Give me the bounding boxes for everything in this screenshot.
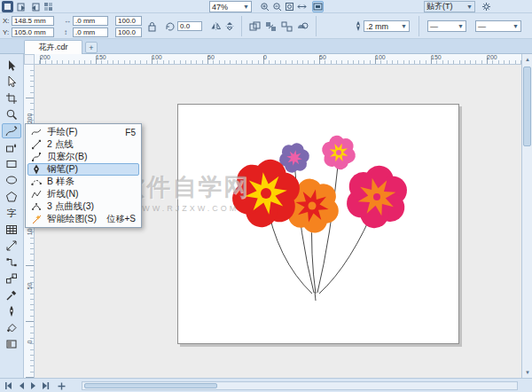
ruler-label: 50 — [207, 54, 215, 60]
smart-fill-tool[interactable] — [2, 140, 21, 155]
flyout-item-b-spline[interactable]: B 样条 — [27, 176, 139, 188]
mirror-horizontal-icon[interactable] — [209, 20, 223, 33]
shape-tool[interactable] — [2, 74, 21, 90]
mirror-vertical-icon[interactable] — [223, 20, 237, 33]
polygon-tool[interactable] — [2, 189, 21, 204]
y-position-field[interactable]: 105.0 mm — [12, 27, 54, 37]
chevron-down-icon: ▼ — [458, 23, 464, 29]
curve-tools-flyout: 手绘(F) F5 2 点线 贝塞尔(B) 钢笔(P) B 样条 折线(N) — [25, 123, 142, 228]
chevron-down-icon: ▼ — [512, 23, 519, 29]
import-icon[interactable] — [16, 1, 27, 12]
flyout-item-polyline[interactable]: 折线(N) — [27, 188, 139, 200]
parallel-dimension-tool[interactable] — [2, 239, 21, 254]
coreldraw-window: 47%▼ 贴齐(T)▼ X: 148.5 mm Y: 105.0 mm ↔ — [0, 0, 532, 392]
page-next-icon[interactable] — [28, 381, 38, 390]
outline-width-combo[interactable]: .2 mm▼ — [364, 20, 410, 32]
x-position-field[interactable]: 148.5 mm — [12, 16, 54, 26]
outline-width-value: .2 mm — [366, 22, 388, 31]
add-page-icon[interactable] — [57, 381, 66, 390]
flyout-item-label: 3 点曲线(3) — [47, 200, 130, 213]
ruler-origin[interactable] — [24, 54, 35, 65]
svg-text:字: 字 — [7, 208, 17, 218]
object-height-field[interactable]: .0 mm — [73, 27, 108, 37]
outline-pen-icon — [351, 20, 364, 33]
horizontal-scroll-thumb[interactable] — [84, 383, 217, 388]
separator — [419, 16, 419, 36]
blend-tool[interactable] — [2, 271, 21, 286]
color-eyedropper-tool[interactable] — [2, 287, 21, 302]
ungroup-icon[interactable] — [280, 20, 293, 33]
flyout-item-bezier[interactable]: 贝塞尔(B) — [27, 151, 139, 163]
width-icon: ↔ — [64, 17, 73, 25]
ruler-label: 200 — [487, 54, 497, 60]
text-tool[interactable]: 字 — [2, 206, 21, 221]
object-width-field[interactable]: .0 mm — [73, 16, 108, 26]
separator — [241, 16, 242, 36]
options-gear-icon[interactable] — [481, 1, 492, 12]
freehand-tool[interactable] — [2, 123, 21, 138]
zoom-level-combo[interactable]: 47%▼ — [209, 1, 252, 12]
ruler-label: 0 — [263, 54, 267, 60]
flyout-item-shortcut: 位移+S — [106, 213, 136, 225]
outline-pen-tool[interactable] — [2, 304, 21, 319]
flyout-item-label: 折线(N) — [47, 188, 130, 200]
zoom-to-width-icon[interactable] — [296, 1, 308, 12]
zoom-out-icon[interactable] — [271, 1, 283, 12]
freehand-icon — [31, 127, 43, 137]
document-tab-title: 花卉.cdr — [38, 42, 67, 53]
scroll-down-icon[interactable]: ▼ — [523, 368, 532, 377]
flyout-item-3-point-curve[interactable]: 3 点曲线(3) — [27, 200, 139, 213]
toolbox: 字 — [0, 54, 24, 378]
page-last-icon[interactable] — [41, 381, 51, 390]
ruler-label: 200 — [27, 114, 33, 124]
flower-small-pink — [319, 132, 357, 172]
zoom-in-icon[interactable] — [259, 1, 270, 12]
flyout-item-smart-drawing[interactable]: 智能绘图(S) 位移+S — [27, 213, 139, 225]
pick-tool[interactable] — [2, 58, 21, 73]
flyout-item-freehand[interactable]: 手绘(F) F5 — [27, 126, 139, 138]
weld-icon[interactable] — [296, 20, 309, 33]
group-icon[interactable] — [264, 20, 278, 33]
vertical-scrollbar[interactable]: ▲ ▼ — [521, 54, 532, 378]
zoom-to-page-icon[interactable] — [284, 1, 295, 12]
application-launcher-icon[interactable] — [43, 1, 54, 12]
interactive-fill-tool[interactable] — [2, 337, 21, 352]
pen-icon — [31, 164, 43, 175]
scroll-up-icon[interactable]: ▲ — [523, 55, 532, 64]
new-document-tab-button[interactable]: + — [85, 42, 98, 53]
table-tool[interactable] — [2, 222, 21, 237]
scale-v-field[interactable]: 100.0 — [115, 27, 142, 37]
flower-magenta — [344, 161, 411, 231]
ruler-label: 100 — [375, 54, 386, 60]
smart-drawing-icon — [31, 214, 43, 224]
flyout-item-label: 贝塞尔(B) — [47, 151, 130, 163]
zoom-level-value: 47% — [212, 3, 228, 12]
rotation-angle-field[interactable]: 0.0 — [177, 21, 202, 31]
flyout-item-2-point-line[interactable]: 2 点线 — [27, 138, 139, 151]
fill-tool[interactable] — [2, 320, 21, 335]
rectangle-tool[interactable] — [2, 156, 21, 171]
page-first-icon[interactable] — [4, 381, 13, 390]
crop-tool[interactable] — [2, 90, 21, 106]
snap-to-dropdown[interactable]: 贴齐(T)▼ — [424, 1, 475, 12]
x-label: X: — [3, 17, 12, 25]
flyout-item-pen[interactable]: 钢笔(P) — [27, 163, 139, 176]
document-tab[interactable]: 花卉.cdr — [24, 40, 82, 54]
horizontal-scrollbar[interactable] — [82, 381, 518, 390]
export-icon[interactable] — [29, 1, 41, 12]
start-arrowhead-combo[interactable]: —▼ — [427, 20, 466, 32]
vertical-scroll-thumb[interactable] — [523, 67, 531, 146]
ellipse-tool[interactable] — [2, 173, 21, 188]
plus-icon: + — [89, 43, 93, 52]
connector-tool[interactable] — [2, 255, 21, 270]
zoom-tool[interactable] — [2, 107, 21, 122]
chevron-down-icon: ▼ — [466, 4, 473, 10]
fullscreen-preview-icon[interactable] — [312, 1, 324, 12]
y-label: Y: — [3, 28, 12, 36]
scale-h-field[interactable]: 100.0 — [115, 16, 142, 26]
page-prev-icon[interactable] — [16, 381, 26, 390]
combine-icon[interactable] — [248, 20, 262, 33]
line-style-combo[interactable]: —▼ — [475, 20, 521, 32]
bezier-icon — [31, 152, 43, 162]
lock-ratio-icon[interactable] — [145, 20, 159, 33]
